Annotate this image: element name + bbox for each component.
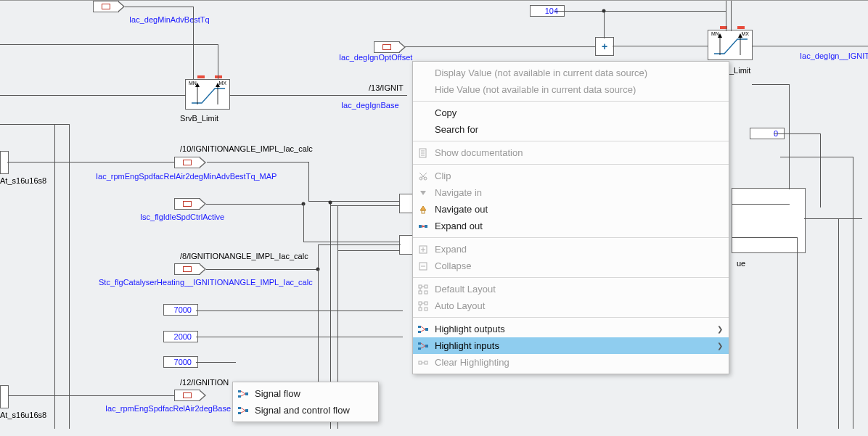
srvb-limit-left-caption: SrvB_Limit	[180, 114, 218, 123]
port-iac-rpm-base[interactable]	[174, 390, 200, 401]
svg-rect-50	[419, 361, 422, 364]
path8-label: /8/IGNITIONANGLE_IMPL_Iac_calc	[180, 252, 308, 260]
menu-item-navigate-out[interactable]: Navigate out	[413, 201, 729, 218]
menu-item-auto-layout: Auto Layout	[413, 297, 729, 314]
signal-isc-flgidle: Isc_flgIdleSpdCtrlActive	[140, 213, 224, 221]
default-layout-icon	[417, 284, 429, 295]
menu-item-expand-out[interactable]: Expand out	[413, 218, 729, 234]
menu-item-highlight-inputs[interactable]: Highlight inputs❯	[413, 337, 729, 354]
svg-rect-53	[238, 390, 241, 392]
signal-iac-rpm-base: Iac_rpmEngSpdfacRelAir2degBase	[105, 404, 231, 413]
search-for-icon	[417, 124, 429, 136]
menu-item-label: Navigate in	[435, 187, 482, 198]
svg-rect-34	[419, 302, 422, 305]
menu-item-label: Navigate out	[435, 204, 488, 215]
svg-line-49	[421, 346, 425, 348]
svg-rect-18	[422, 210, 425, 213]
submenu-item-signal-control-flow[interactable]: Signal and control flow	[233, 402, 378, 419]
menu-item-label: Expand	[435, 244, 467, 255]
menu-item-label: Signal flow	[255, 388, 300, 399]
menu-item-default-layout: Default Layout	[413, 281, 729, 297]
sum-block[interactable]: +	[595, 37, 614, 56]
menu-item-label: Expand out	[435, 221, 483, 231]
navigate-in-icon	[417, 187, 429, 199]
svg-rect-36	[419, 308, 422, 310]
svg-rect-55	[245, 392, 248, 395]
menu-item-label: Auto Layout	[435, 300, 485, 311]
signal-iac-degignbase: Iac_degIgnBase	[341, 101, 399, 110]
clip-icon	[417, 170, 429, 182]
menu-item-copy[interactable]: Copy	[413, 104, 729, 121]
menu-item-clear-highlighting: Clear Highlighting	[413, 354, 729, 371]
menu-item-label: Collapse	[435, 260, 472, 271]
signal-iac-rpm-map: Iac_rpmEngSpdfacRelAir2degMinAdvBestTq_M…	[96, 172, 277, 181]
svg-rect-37	[425, 308, 427, 310]
svg-line-62	[241, 411, 245, 413]
const-2000[interactable]: 2000	[163, 331, 198, 342]
path12-label: /12/IGNITION	[180, 378, 229, 387]
menu-separator	[413, 277, 729, 278]
highlight-inputs-submenu[interactable]: Signal flowSignal and control flow	[232, 382, 379, 422]
highlight-outputs-icon	[417, 324, 429, 335]
signal-iac-degign-ignit: Iac_degIgn__IGNIT	[800, 52, 868, 60]
menu-item-clip: Clip	[413, 168, 729, 184]
menu-item-show-doc: Show documentation	[413, 144, 729, 161]
op-block-a[interactable]	[399, 194, 414, 213]
menu-item-label: Search for	[435, 124, 478, 135]
menu-separator	[413, 317, 729, 318]
port-iac-rpm-map[interactable]	[174, 157, 200, 168]
port-iac-degminadv[interactable]	[93, 1, 119, 12]
path13-label: /13/IGNIT	[369, 83, 404, 92]
signal-flow-icon	[237, 388, 249, 400]
svg-marker-2	[718, 33, 722, 38]
signal-stc-flgcat: Stc_flgCatalyserHeating__IGNITIONANGLE_I…	[99, 278, 313, 287]
menu-item-label: Default Layout	[435, 284, 496, 295]
menu-item-label: Highlight outputs	[435, 324, 505, 334]
menu-item-label: Clip	[435, 170, 451, 181]
svg-line-48	[421, 343, 425, 346]
menu-separator	[413, 237, 729, 238]
svg-rect-41	[418, 331, 421, 333]
srvb-limit-left[interactable]: MN MX	[185, 79, 230, 110]
plus-icon: +	[602, 41, 607, 52]
port-stc-flgcat[interactable]	[174, 263, 200, 275]
const-7000a[interactable]: 7000	[163, 304, 198, 316]
menu-item-highlight-outputs[interactable]: Highlight outputs❯	[413, 321, 729, 337]
svg-rect-45	[418, 342, 421, 345]
op-block-b[interactable]	[399, 235, 414, 255]
chevron-right-icon: ❯	[717, 342, 723, 350]
const-7000b[interactable]: 7000	[163, 356, 198, 368]
hide-value-icon	[417, 84, 429, 96]
menu-item-label: Display Value (not available in current …	[435, 67, 647, 78]
menu-item-expand: Expand	[413, 241, 729, 258]
menu-item-label: Copy	[435, 107, 456, 118]
svg-rect-28	[419, 285, 422, 288]
port-isc-flgidle[interactable]	[174, 198, 200, 210]
menu-item-hide-value: Hide Value (not available in current dat…	[413, 81, 729, 98]
srvb-limit-right[interactable]: MN MX	[708, 30, 753, 60]
context-menu[interactable]: Display Value (not available in current …	[412, 61, 729, 374]
menu-separator	[413, 101, 729, 102]
at-s16-block-top[interactable]	[0, 151, 9, 174]
signal-iac-degminadvbesttq: Iac_degMinAdvBestTq	[129, 15, 210, 24]
chevron-right-icon: ❯	[717, 325, 723, 333]
menu-item-label: Signal and control flow	[255, 405, 350, 416]
menu-item-search-for[interactable]: Search for	[413, 121, 729, 138]
port-iac-degignoptoffset[interactable]	[374, 41, 400, 53]
svg-rect-54	[238, 395, 241, 398]
svg-line-56	[241, 391, 245, 394]
submenu-item-signal-flow[interactable]: Signal flow	[233, 385, 378, 402]
navigate-out-icon	[417, 204, 429, 215]
clear-highlighting-icon	[417, 357, 429, 369]
svg-rect-31	[425, 291, 427, 294]
svg-marker-7	[216, 83, 220, 87]
expand-out-icon	[417, 221, 429, 232]
output-block-ue[interactable]	[732, 188, 806, 253]
menu-item-collapse: Collapse	[413, 258, 729, 274]
at-s16-block-bottom[interactable]	[0, 385, 9, 408]
svg-rect-46	[418, 347, 421, 350]
limit-curve-icon	[708, 30, 752, 59]
svg-marker-17	[420, 206, 426, 210]
menu-separator	[413, 141, 729, 141]
svg-line-43	[421, 326, 425, 329]
